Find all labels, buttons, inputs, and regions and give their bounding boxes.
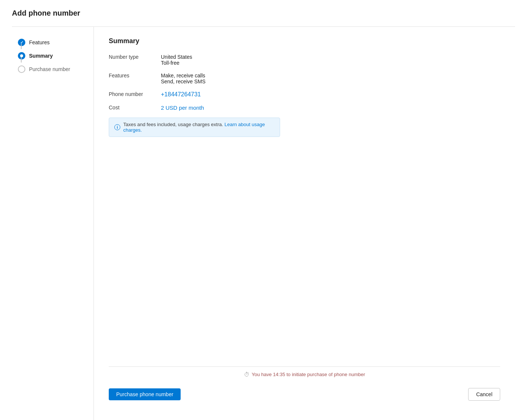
info-static-text: Taxes and fees included, usage charges e… [123,122,223,127]
info-icon: i [114,124,120,130]
sidebar-label-features: Features [29,39,50,45]
sidebar-item-summary[interactable]: Summary [12,49,93,62]
content-area: Summary Number type United States Toll-f… [94,27,515,420]
cost-row: Cost 2 USD per month [109,105,500,111]
sidebar-item-purchase[interactable]: Purchase number [12,62,93,76]
step-circle-summary [18,52,25,60]
features-row: Features Make, receive calls Send, recei… [109,73,500,84]
number-type-value: United States Toll-free [161,54,500,66]
sidebar-item-features[interactable]: Features [12,36,93,49]
page-title: Add phone number [12,9,515,17]
features-line2: Send, receive SMS [161,78,500,84]
features-value: Make, receive calls Send, receive SMS [161,73,500,84]
cost-value: 2 USD per month [161,105,500,111]
phone-number-label: Phone number [109,91,161,97]
features-label: Features [109,73,161,78]
timer-text: You have 14:35 to initiate purchase of p… [252,372,365,377]
info-text: Taxes and fees included, usage charges e… [123,122,274,133]
phone-number-row: Phone number +18447264731 [109,91,500,98]
sidebar-label-purchase: Purchase number [29,66,70,72]
timer-icon: ⏱ [244,371,250,378]
number-type-country: United States [161,54,500,60]
step-circle-features [18,39,25,46]
phone-number-value: +18447264731 [161,91,500,98]
footer-actions: Purchase phone number Cancel [109,382,500,410]
summary-title: Summary [109,37,500,45]
purchase-phone-number-button[interactable]: Purchase phone number [109,388,181,400]
number-type-kind: Toll-free [161,60,500,66]
timer-row: ⏱ You have 14:35 to initiate purchase of… [109,367,500,382]
footer: ⏱ You have 14:35 to initiate purchase of… [109,366,500,410]
sidebar-label-summary: Summary [29,53,53,59]
number-type-row: Number type United States Toll-free [109,54,500,66]
number-type-label: Number type [109,54,161,60]
sidebar: Features Summary Purchase number [12,27,94,420]
cost-label: Cost [109,105,161,110]
info-banner: i Taxes and fees included, usage charges… [109,118,280,137]
step-circle-purchase [18,65,25,73]
features-line1: Make, receive calls [161,73,500,78]
cancel-button[interactable]: Cancel [468,388,500,401]
